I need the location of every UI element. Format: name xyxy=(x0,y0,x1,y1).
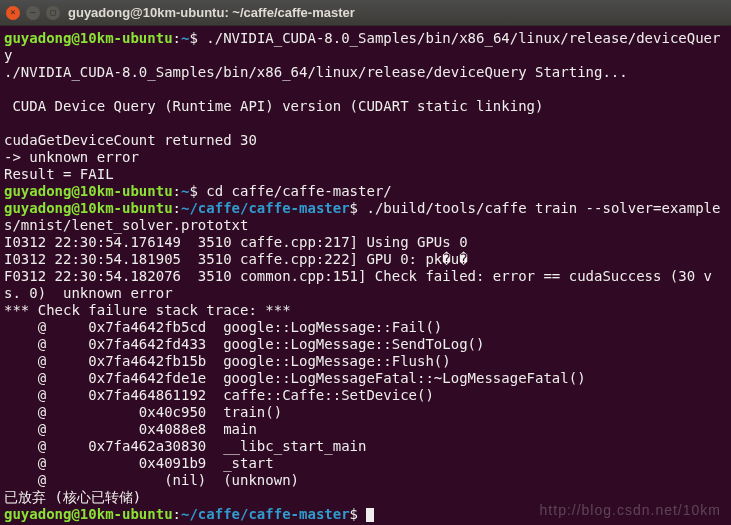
maximize-icon[interactable]: ▢ xyxy=(46,6,60,20)
prompt-user-host: guyadong@10km-ubuntu xyxy=(4,183,173,199)
prompt-path: ~/caffe/caffe-master xyxy=(181,200,350,216)
output-line: @ 0x7fa4642fb15b google::LogMessage::Flu… xyxy=(4,353,451,369)
prompt-sep: : xyxy=(173,30,181,46)
minimize-icon[interactable]: − xyxy=(26,6,40,20)
output-line: ./NVIDIA_CUDA-8.0_Samples/bin/x86_64/lin… xyxy=(4,64,628,80)
prompt-sep: : xyxy=(173,506,181,522)
output-line: *** Check failure stack trace: *** xyxy=(4,302,291,318)
output-line: @ 0x7fa462a30830 __libc_start_main xyxy=(4,438,366,454)
terminal-content[interactable]: guyadong@10km-ubuntu:~$ ./NVIDIA_CUDA-8.… xyxy=(0,26,731,523)
output-line: @ 0x7fa4642fde1e google::LogMessageFatal… xyxy=(4,370,586,386)
cursor-icon xyxy=(366,508,374,522)
output-line: @ 0x4091b9 _start xyxy=(4,455,274,471)
close-icon[interactable]: × xyxy=(6,6,20,20)
output-line: @ 0x7fa4642fd433 google::LogMessage::Sen… xyxy=(4,336,484,352)
command-text: cd caffe/caffe-master/ xyxy=(206,183,391,199)
output-line: cudaGetDeviceCount returned 30 xyxy=(4,132,257,148)
watermark-text: http://blog.csdn.net/10km xyxy=(540,502,721,519)
prompt-user-host: guyadong@10km-ubuntu xyxy=(4,200,173,216)
prompt-path: ~/caffe/caffe-master xyxy=(181,506,350,522)
output-line: F0312 22:30:54.182076 3510 common.cpp:15… xyxy=(4,268,712,301)
output-line: CUDA Device Query (Runtime API) version … xyxy=(4,98,543,114)
window-controls: × − ▢ xyxy=(6,6,60,20)
titlebar: × − ▢ guyadong@10km-ubuntu: ~/caffe/caff… xyxy=(0,0,731,26)
prompt-dollar: $ xyxy=(189,183,206,199)
prompt-user-host: guyadong@10km-ubuntu xyxy=(4,506,173,522)
prompt-sep: : xyxy=(173,183,181,199)
output-line: 已放弃 (核心已转储) xyxy=(4,489,141,505)
output-line: @ 0x7fa464861192 caffe::Caffe::SetDevice… xyxy=(4,387,434,403)
output-line: @ 0x40c950 train() xyxy=(4,404,282,420)
output-line: -> unknown error xyxy=(4,149,139,165)
output-line: Result = FAIL xyxy=(4,166,114,182)
output-line: @ (nil) (unknown) xyxy=(4,472,299,488)
output-line: @ 0x4088e8 main xyxy=(4,421,257,437)
prompt-dollar: $ xyxy=(350,200,367,216)
output-line: I0312 22:30:54.181905 3510 caffe.cpp:222… xyxy=(4,251,468,267)
output-line: @ 0x7fa4642fb5cd google::LogMessage::Fai… xyxy=(4,319,442,335)
prompt-dollar: $ xyxy=(189,30,206,46)
window-title: guyadong@10km-ubuntu: ~/caffe/caffe-mast… xyxy=(68,4,355,21)
output-line: I0312 22:30:54.176149 3510 caffe.cpp:217… xyxy=(4,234,468,250)
prompt-sep: : xyxy=(173,200,181,216)
prompt-dollar: $ xyxy=(350,506,367,522)
prompt-user-host: guyadong@10km-ubuntu xyxy=(4,30,173,46)
